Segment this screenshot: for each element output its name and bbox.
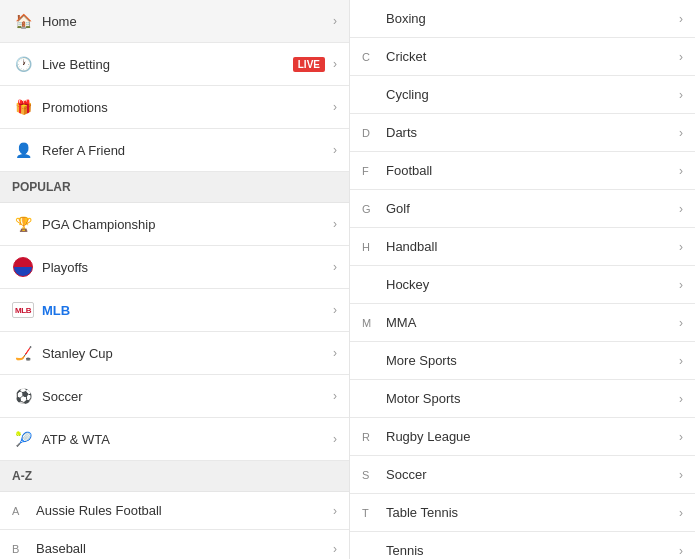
nav-stanley-cup-label: Stanley Cup xyxy=(42,346,333,361)
chevron-icon: › xyxy=(679,240,683,254)
nav-tennis[interactable]: Tennis › xyxy=(350,532,695,559)
nav-aussie-rules-label: Aussie Rules Football xyxy=(36,503,333,518)
nav-tennis-label: Tennis xyxy=(386,543,679,558)
left-panel: 🏠 Home › 🕐 Live Betting LIVE › 🎁 Promoti… xyxy=(0,0,350,559)
nav-mma-label: MMA xyxy=(386,315,679,330)
chevron-icon: › xyxy=(333,14,337,28)
chevron-icon: › xyxy=(679,50,683,64)
nav-soccer-label: Soccer xyxy=(42,389,333,404)
nav-handball[interactable]: H Handball › xyxy=(350,228,695,266)
nav-golf-label: Golf xyxy=(386,201,679,216)
nav-soccer-right[interactable]: S Soccer › xyxy=(350,456,695,494)
chevron-icon: › xyxy=(679,12,683,26)
live-betting-icon: 🕐 xyxy=(12,53,34,75)
az-header: A-Z xyxy=(0,461,349,492)
nav-cycling[interactable]: Cycling › xyxy=(350,76,695,114)
nav-baseball[interactable]: B Baseball › xyxy=(0,530,349,559)
chevron-icon: › xyxy=(679,430,683,444)
nav-soccer[interactable]: ⚽ Soccer › xyxy=(0,375,349,418)
nav-cricket-label: Cricket xyxy=(386,49,679,64)
letter-s: S xyxy=(362,469,378,481)
chevron-icon: › xyxy=(333,504,337,518)
letter-b: B xyxy=(12,543,28,555)
live-badge: LIVE xyxy=(293,57,325,72)
chevron-icon: › xyxy=(679,202,683,216)
nav-cricket[interactable]: C Cricket › xyxy=(350,38,695,76)
nav-more-sports-label: More Sports xyxy=(386,353,679,368)
nav-football[interactable]: F Football › xyxy=(350,152,695,190)
nav-refer-friend[interactable]: 👤 Refer A Friend › xyxy=(0,129,349,172)
chevron-icon: › xyxy=(333,57,337,71)
promotions-icon: 🎁 xyxy=(12,96,34,118)
letter-r: R xyxy=(362,431,378,443)
nav-mma[interactable]: M MMA › xyxy=(350,304,695,342)
nav-cycling-label: Cycling xyxy=(386,87,679,102)
nav-live-betting[interactable]: 🕐 Live Betting LIVE › xyxy=(0,43,349,86)
nav-football-label: Football xyxy=(386,163,679,178)
chevron-icon: › xyxy=(679,544,683,558)
nav-hockey-label: Hockey xyxy=(386,277,679,292)
nav-soccer-right-label: Soccer xyxy=(386,467,679,482)
letter-c: C xyxy=(362,51,378,63)
nav-mlb[interactable]: MLB MLB › xyxy=(0,289,349,332)
right-panel: Boxing › C Cricket › Cycling › D Darts ›… xyxy=(350,0,695,559)
chevron-icon: › xyxy=(333,260,337,274)
letter-t: T xyxy=(362,507,378,519)
nav-atp-wta[interactable]: 🎾 ATP & WTA › xyxy=(0,418,349,461)
letter-m: M xyxy=(362,317,378,329)
chevron-icon: › xyxy=(679,354,683,368)
chevron-icon: › xyxy=(679,468,683,482)
chevron-icon: › xyxy=(333,100,337,114)
nav-boxing[interactable]: Boxing › xyxy=(350,0,695,38)
nav-playoffs[interactable]: Playoffs › xyxy=(0,246,349,289)
nav-hockey[interactable]: Hockey › xyxy=(350,266,695,304)
nav-playoffs-label: Playoffs xyxy=(42,260,333,275)
stanley-cup-icon: 🏒 xyxy=(12,342,34,364)
nav-pga-label: PGA Championship xyxy=(42,217,333,232)
tennis-icon: 🎾 xyxy=(12,428,34,450)
chevron-icon: › xyxy=(679,506,683,520)
nav-pga[interactable]: 🏆 PGA Championship › xyxy=(0,203,349,246)
refer-icon: 👤 xyxy=(12,139,34,161)
nav-more-sports[interactable]: More Sports › xyxy=(350,342,695,380)
letter-d: D xyxy=(362,127,378,139)
nav-live-betting-label: Live Betting xyxy=(42,57,293,72)
letter-h: H xyxy=(362,241,378,253)
nav-atp-wta-label: ATP & WTA xyxy=(42,432,333,447)
nav-table-tennis-label: Table Tennis xyxy=(386,505,679,520)
nav-motor-sports[interactable]: Motor Sports › xyxy=(350,380,695,418)
chevron-icon: › xyxy=(679,88,683,102)
nav-motor-sports-label: Motor Sports xyxy=(386,391,679,406)
nav-promotions-label: Promotions xyxy=(42,100,333,115)
mlb-icon: MLB xyxy=(12,299,34,321)
nav-golf[interactable]: G Golf › xyxy=(350,190,695,228)
chevron-icon: › xyxy=(333,346,337,360)
nav-rugby-league[interactable]: R Rugby League › xyxy=(350,418,695,456)
chevron-icon: › xyxy=(333,217,337,231)
nav-mlb-label: MLB xyxy=(42,303,333,318)
nav-home[interactable]: 🏠 Home › xyxy=(0,0,349,43)
letter-a: A xyxy=(12,505,28,517)
chevron-icon: › xyxy=(333,143,337,157)
chevron-icon: › xyxy=(333,542,337,556)
nav-stanley-cup[interactable]: 🏒 Stanley Cup › xyxy=(0,332,349,375)
chevron-icon: › xyxy=(679,164,683,178)
chevron-icon: › xyxy=(679,278,683,292)
nav-aussie-rules[interactable]: A Aussie Rules Football › xyxy=(0,492,349,530)
soccer-icon: ⚽ xyxy=(12,385,34,407)
chevron-icon: › xyxy=(333,432,337,446)
nba-icon xyxy=(12,256,34,278)
nav-refer-label: Refer A Friend xyxy=(42,143,333,158)
chevron-icon: › xyxy=(679,392,683,406)
nav-handball-label: Handball xyxy=(386,239,679,254)
nav-home-label: Home xyxy=(42,14,333,29)
nav-table-tennis[interactable]: T Table Tennis › xyxy=(350,494,695,532)
popular-header: POPULAR xyxy=(0,172,349,203)
pga-icon: 🏆 xyxy=(12,213,34,235)
nav-darts-label: Darts xyxy=(386,125,679,140)
nav-promotions[interactable]: 🎁 Promotions › xyxy=(0,86,349,129)
nav-boxing-label: Boxing xyxy=(386,11,679,26)
nav-baseball-label: Baseball xyxy=(36,541,333,556)
nav-darts[interactable]: D Darts › xyxy=(350,114,695,152)
letter-f: F xyxy=(362,165,378,177)
